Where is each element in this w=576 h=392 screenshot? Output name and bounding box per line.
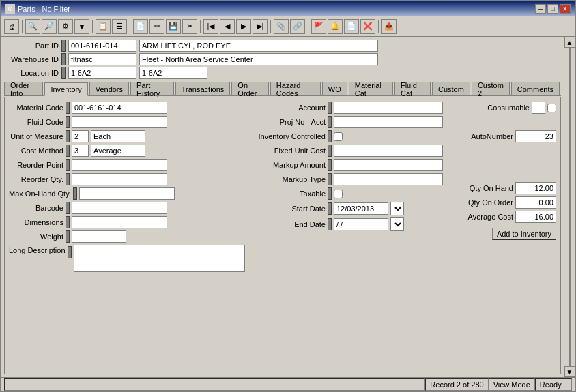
markup-type-input[interactable]: [334, 173, 443, 185]
barcode-input[interactable]: [72, 202, 167, 214]
first-button[interactable]: |◀: [203, 19, 218, 34]
tab-bar: Order Info Inventory Vendors Part Histor…: [4, 82, 561, 96]
save-button[interactable]: 💾: [166, 19, 181, 34]
average-cost-input[interactable]: [515, 211, 556, 223]
part-id-input[interactable]: [68, 40, 136, 52]
view-mode: View Mode: [489, 378, 535, 391]
reorder-point-input[interactable]: [72, 159, 167, 171]
tab-hazard-codes[interactable]: Hazard Codes: [270, 82, 321, 95]
scrollbar[interactable]: ▲ ▼: [564, 37, 575, 377]
max-onhand-input[interactable]: [79, 187, 175, 200]
tab-fluid-cat[interactable]: Fluid Cat: [394, 82, 431, 95]
reorder-point-row: Reorder Point: [9, 159, 245, 171]
fluid-code-input[interactable]: [72, 116, 167, 128]
qty-on-hand-input[interactable]: [515, 182, 556, 194]
qty-on-order-input[interactable]: [515, 196, 556, 209]
dimensions-input[interactable]: [72, 216, 167, 228]
taxable-label: Taxable: [250, 190, 326, 198]
end-date-input[interactable]: [334, 218, 388, 230]
list-button[interactable]: ☰: [112, 19, 127, 34]
weight-input[interactable]: [72, 230, 126, 243]
settings-button[interactable]: ⚙: [58, 19, 73, 34]
max-onhand-row: Max On-Hand Qty.: [9, 187, 245, 200]
consumable-label: Consumable: [487, 104, 530, 112]
tab-wo[interactable]: WO: [322, 82, 347, 95]
tab-order-info[interactable]: Order Info: [4, 82, 43, 95]
warehouse-id-label: Warehouse ID: [4, 55, 59, 63]
attach-button[interactable]: 📎: [274, 19, 289, 34]
autonumber-input[interactable]: [515, 130, 556, 142]
new-button[interactable]: 📄: [133, 19, 148, 34]
location-id-input2[interactable]: [139, 67, 207, 79]
link-button[interactable]: 🔗: [290, 19, 305, 34]
account-input[interactable]: [334, 102, 443, 114]
last-button[interactable]: ▶|: [253, 19, 268, 34]
material-code-label: Material Code: [9, 104, 63, 112]
inv-controlled-checkbox[interactable]: [334, 132, 343, 141]
fixed-unit-cost-input[interactable]: [334, 145, 443, 157]
add-to-inventory-button[interactable]: Add to Inventory: [492, 228, 556, 240]
weight-row: Weight: [9, 230, 245, 243]
tab-inventory[interactable]: Inventory: [44, 82, 87, 96]
ready-status: Ready...: [535, 378, 572, 391]
location-id-input[interactable]: [68, 67, 136, 79]
taxable-checkbox[interactable]: [334, 190, 343, 198]
fluid-code-indicator: [66, 116, 70, 128]
tab-custom[interactable]: Custom: [432, 82, 470, 95]
maximize-button[interactable]: □: [547, 4, 558, 14]
reorder-qty-label: Reorder Qty.: [9, 175, 63, 183]
doc-button[interactable]: 📄: [344, 19, 359, 34]
print-button[interactable]: 🖨: [4, 19, 19, 34]
tab-custom2[interactable]: Custom 2: [472, 82, 510, 95]
uom-value-input[interactable]: [91, 130, 145, 142]
prev-button[interactable]: ◀: [220, 19, 235, 34]
close-button[interactable]: ✕: [560, 4, 571, 14]
cancel-button[interactable]: ❌: [360, 19, 375, 34]
warehouse-id-input[interactable]: [68, 53, 136, 65]
long-desc-textarea[interactable]: [74, 245, 245, 272]
toolbar-separator-3: [130, 20, 130, 33]
reorder-qty-input[interactable]: [72, 173, 167, 185]
cost-method-num-input[interactable]: [72, 145, 89, 157]
bell-button[interactable]: 🔔: [328, 19, 343, 34]
tab-material-cat[interactable]: Material Cat: [349, 82, 393, 95]
start-date-dropdown[interactable]: ▼: [390, 202, 404, 215]
consumable-input[interactable]: [532, 102, 545, 114]
delete-button[interactable]: ✂: [182, 19, 197, 34]
markup-amount-input[interactable]: [334, 159, 443, 171]
find-button[interactable]: 🔍: [25, 19, 40, 34]
tab-on-order[interactable]: On Order: [231, 82, 269, 95]
proj-no-input[interactable]: [334, 116, 443, 128]
proj-no-indicator: [328, 116, 332, 128]
view-button[interactable]: 📋: [96, 19, 111, 34]
part-desc-input[interactable]: [139, 40, 378, 52]
cost-method-value-input[interactable]: [91, 145, 145, 157]
export-button[interactable]: 📤: [381, 19, 397, 34]
tab-part-history[interactable]: Part History: [130, 82, 174, 95]
search-button[interactable]: 🔎: [42, 19, 57, 34]
scroll-up[interactable]: ▲: [564, 37, 575, 48]
scroll-down[interactable]: ▼: [564, 366, 575, 377]
edit-button[interactable]: ✏: [149, 19, 164, 34]
tab-comments[interactable]: Comments: [511, 82, 560, 95]
start-date-input[interactable]: [334, 202, 388, 215]
flag-button[interactable]: 🚩: [311, 19, 326, 34]
consumable-checkbox[interactable]: [547, 104, 556, 112]
end-date-dropdown[interactable]: ▼: [390, 217, 404, 231]
uom-num-input[interactable]: [72, 130, 89, 142]
average-cost-row: Average Cost: [447, 211, 556, 223]
autonumber-label: AutoNumber: [471, 132, 513, 140]
filter-button[interactable]: ▼: [74, 19, 89, 34]
next-button[interactable]: ▶: [236, 19, 251, 34]
end-date-indicator: [328, 218, 332, 230]
tab-transactions[interactable]: Transactions: [175, 82, 231, 95]
minimize-button[interactable]: ─: [535, 4, 546, 14]
material-code-input[interactable]: [72, 102, 167, 114]
max-onhand-label: Max On-Hand Qty.: [9, 190, 71, 198]
reorder-qty-indicator: [66, 173, 70, 185]
tab-vendors[interactable]: Vendors: [89, 82, 129, 95]
warehouse-desc-input[interactable]: [139, 53, 378, 65]
dimensions-indicator: [66, 216, 70, 228]
fixed-unit-cost-indicator: [328, 145, 332, 157]
toolbar-separator-5: [270, 20, 271, 33]
